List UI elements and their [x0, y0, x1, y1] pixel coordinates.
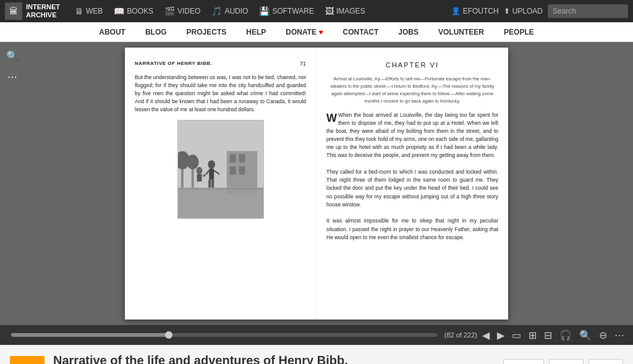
book-viewer: NARRATIVE OF HENRY BIBB. 71 But the unde… [125, 48, 508, 320]
nav-item-images[interactable]: 🖼 IMAGES [320, 4, 370, 19]
user-icon: 👤 [451, 7, 461, 15]
more-options-icon[interactable]: ⋯ [612, 328, 627, 342]
bottom-toolbar: (82 of 222) ◀ ▶ ▭ ⊞ ⊟ 🎧 🔍 ⊖ ⋯ [0, 325, 633, 345]
nav-volunteer[interactable]: VOLUNTEER [435, 25, 488, 39]
chapter-title: CHAPTER VI [326, 60, 498, 70]
svg-point-11 [208, 161, 215, 169]
book-title: Narrative of the life and adventures of … [53, 353, 495, 364]
svg-rect-9 [191, 166, 193, 188]
svg-point-17 [196, 167, 202, 174]
audio-icon[interactable]: 🎧 [557, 328, 574, 342]
nav-blog[interactable]: BLOG [142, 25, 171, 39]
left-sidebar: 🔍 ⋯ [5, 48, 20, 84]
top-nav: 🏛 INTERNET ARCHIVE 🖥 WEB 📖 BOOKS 🎬 VIDEO… [0, 0, 633, 22]
right-page-body-2: They called for a bed-room to which I wa… [326, 168, 498, 209]
monitor-icon: 🖥 [75, 6, 83, 16]
svg-rect-3 [229, 154, 236, 163]
svg-rect-5 [229, 166, 236, 175]
bottom-info: 📖 Narrative of the life and adventures o… [0, 345, 633, 364]
svg-rect-12 [209, 169, 214, 180]
book-info: Narrative of the life and adventures of … [53, 353, 495, 364]
nav-about[interactable]: ABOUT [95, 25, 129, 39]
audio-icon: 🎵 [211, 6, 222, 16]
left-page-number: 71 [300, 60, 306, 69]
search-reader-icon[interactable]: 🔍 [577, 328, 594, 342]
books-icon: 📖 [114, 6, 124, 16]
left-page-title: NARRATIVE OF HENRY BIBB. [135, 60, 212, 69]
next-page-icon[interactable]: ▶ [495, 328, 507, 342]
double-page-icon[interactable]: ⊞ [526, 328, 539, 342]
heart-icon: ♥ [316, 28, 323, 36]
nav-donate[interactable]: DONATE ♥ [282, 25, 326, 39]
nav-right: 👤 EFOUTCH ⬆ UPLOAD [451, 4, 628, 18]
progress-handle[interactable] [165, 331, 172, 339]
more-icon[interactable]: ⋯ [5, 69, 20, 84]
software-icon: 💾 [259, 6, 270, 16]
zoom-icon[interactable]: 🔍 [5, 48, 20, 63]
progress-bar[interactable] [11, 333, 437, 337]
page-count: (82 of 222) [444, 331, 477, 339]
upload-button[interactable]: ⬆ UPLOAD [504, 7, 543, 15]
nav-item-books[interactable]: 📖 BOOKS [109, 4, 158, 19]
nav-item-software[interactable]: 💾 SOFTWARE [254, 4, 319, 19]
nav-item-audio[interactable]: 🎵 AUDIO [206, 4, 253, 19]
user-button[interactable]: 👤 EFOUTCH [451, 7, 499, 15]
grid-view-icon[interactable]: ⊟ [542, 328, 554, 342]
single-page-icon[interactable]: ▭ [509, 328, 524, 342]
left-page: NARRATIVE OF HENRY BIBB. 71 But the unde… [125, 48, 316, 320]
video-icon: 🎬 [164, 6, 175, 16]
right-page-body-1: WWhen the boat arrived at Louisville, th… [326, 111, 498, 160]
nav-people[interactable]: PEOPLE [500, 25, 538, 39]
book-illustration [177, 120, 264, 219]
nav-projects[interactable]: PROJECTS [183, 25, 231, 39]
second-nav: ABOUT BLOG PROJECTS HELP DONATE ♥ CONTAC… [0, 22, 633, 42]
nav-jobs[interactable]: JOBS [394, 25, 422, 39]
progress-fill [11, 333, 169, 337]
search-input[interactable] [548, 4, 628, 18]
nav-contact[interactable]: CONTACT [339, 25, 383, 39]
logo-area[interactable]: 🏛 INTERNET ARCHIVE [5, 2, 60, 20]
right-page: CHAPTER VI Arrival at Louisville, Ky.—Ef… [316, 48, 508, 320]
logo-text: INTERNET ARCHIVE [26, 3, 60, 19]
zoom-out-icon[interactable]: ⊖ [597, 328, 610, 342]
upload-icon: ⬆ [504, 7, 510, 15]
svg-point-10 [186, 155, 198, 170]
svg-rect-18 [197, 174, 202, 182]
right-page-body-3: It was almost impossible for me to sleep… [326, 217, 498, 242]
main-content: 🔍 ⋯ NARRATIVE OF HENRY BIBB. 71 But the … [0, 42, 633, 325]
prev-page-icon[interactable]: ◀ [480, 328, 492, 342]
nav-item-video[interactable]: 🎬 VIDEO [159, 4, 205, 19]
nav-item-web[interactable]: 🖥 WEB [70, 4, 108, 19]
book-thumbnail: 📖 [10, 356, 45, 364]
share-button[interactable]: ↗ Share [549, 359, 584, 365]
flag-button[interactable]: ⚑ Flag [588, 359, 623, 365]
nav-help[interactable]: HELP [242, 25, 270, 39]
images-icon: 🖼 [325, 6, 334, 16]
drop-cap: W [326, 112, 337, 124]
left-page-body: But the understanding between us was, I … [135, 74, 306, 114]
left-page-header: NARRATIVE OF HENRY BIBB. 71 [135, 60, 306, 69]
book-actions: ☆ Favorite ↗ Share ⚑ Flag [503, 359, 623, 365]
archive-logo-icon: 🏛 [5, 2, 22, 20]
svg-rect-4 [239, 154, 245, 163]
svg-rect-16 [211, 180, 214, 188]
favorite-button[interactable]: ☆ Favorite [503, 359, 544, 365]
top-nav-items: 🖥 WEB 📖 BOOKS 🎬 VIDEO 🎵 AUDIO 💾 SOFTWARE… [70, 4, 448, 19]
chapter-subtitle: Arrival at Louisville, Ky.—Efforts to se… [326, 75, 498, 105]
svg-rect-15 [208, 180, 211, 188]
svg-rect-6 [239, 166, 245, 175]
